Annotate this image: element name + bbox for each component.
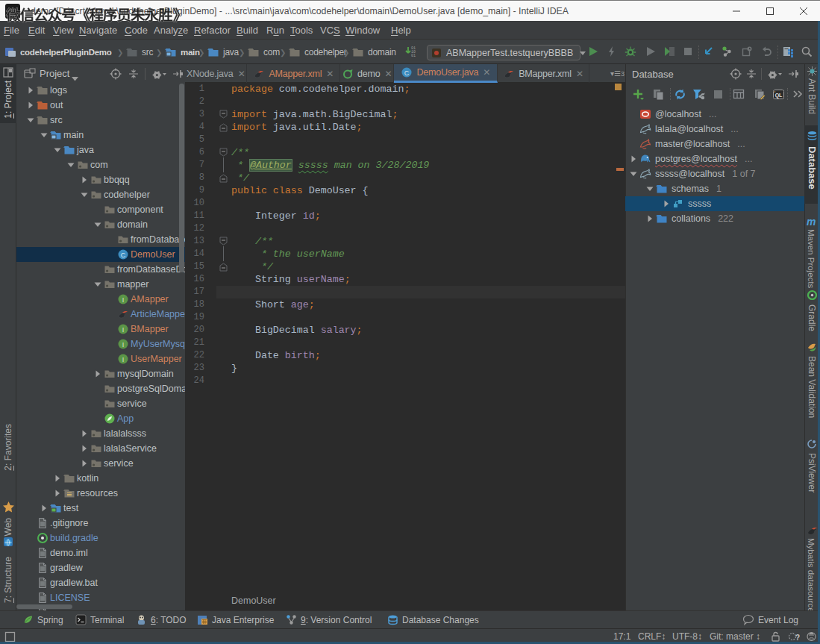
svg-text:?: ? (795, 634, 800, 642)
svg-text:C: C (404, 69, 410, 77)
svg-text:01: 01 (411, 54, 416, 57)
svg-text:QL: QL (775, 93, 783, 99)
svg-text:I: I (122, 356, 125, 363)
svg-text:I: I (122, 326, 125, 334)
svg-text:I: I (122, 296, 125, 304)
svg-text:C: C (121, 251, 126, 259)
svg-text:I: I (122, 341, 125, 348)
